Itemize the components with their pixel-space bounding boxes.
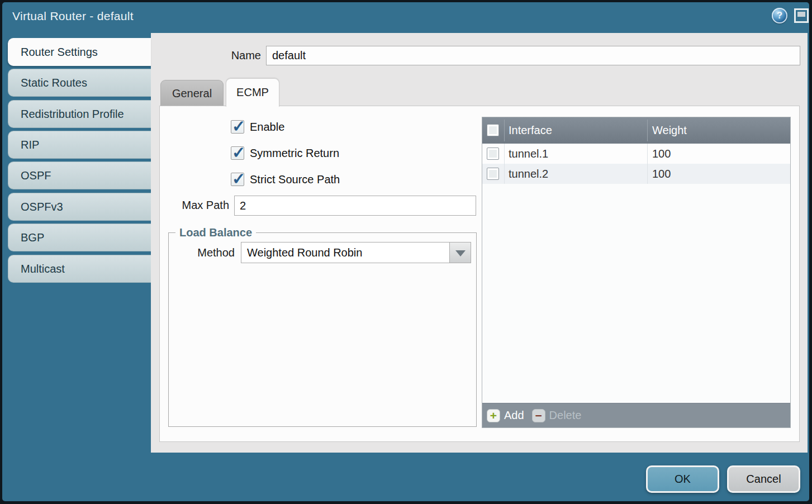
interface-table-header: Interface Weight — [482, 117, 790, 144]
sidebar-item-multicast[interactable]: Multicast — [8, 255, 151, 283]
max-path-input[interactable] — [234, 196, 476, 216]
sidebar-item-redistribution-profile[interactable]: Redistribution Profile — [8, 100, 151, 128]
cell-weight: 100 — [652, 164, 671, 184]
strict-source-path-label: Strict Source Path — [250, 173, 340, 186]
load-balance-legend: Load Balance — [175, 226, 256, 239]
column-header-interface[interactable]: Interface — [509, 117, 552, 144]
window-restore-icon[interactable] — [794, 8, 809, 23]
sidebar-item-bgp[interactable]: BGP — [8, 224, 151, 251]
method-dropdown-value: Weighted Round Robin — [247, 243, 448, 263]
max-path-label: Max Path — [164, 199, 229, 212]
row-divider — [504, 144, 505, 164]
sidebar-item-ospf[interactable]: OSPF — [8, 161, 151, 189]
row-checkbox[interactable] — [487, 168, 499, 180]
symmetric-return-checkbox[interactable]: ✓ — [231, 146, 244, 160]
row-divider — [504, 164, 505, 184]
delete-label: Delete — [549, 409, 582, 422]
table-row-tunnel1[interactable]: tunnel.1 100 — [482, 144, 790, 164]
screenshot-stage: Virtual Router - default ? Router Settin… — [0, 0, 812, 504]
enable-label: Enable — [250, 120, 284, 134]
header-divider — [504, 120, 505, 141]
interface-table: Interface Weight tunnel.1 100 tunnel.2 1… — [482, 117, 791, 428]
header-divider — [647, 120, 648, 141]
delete-minus-icon: − — [532, 409, 545, 422]
tab-ecmp[interactable]: ECMP — [226, 78, 279, 107]
row-divider — [647, 144, 648, 164]
add-label: Add — [504, 409, 524, 422]
column-header-weight[interactable]: Weight — [652, 117, 687, 144]
dialog-title: Virtual Router - default — [12, 9, 134, 23]
cell-interface: tunnel.2 — [509, 164, 548, 184]
sidebar-item-rip[interactable]: RIP — [8, 131, 151, 159]
sidebar-item-router-settings[interactable]: Router Settings — [8, 38, 151, 66]
method-dropdown-trigger[interactable] — [449, 243, 471, 263]
select-all-checkbox[interactable] — [487, 124, 499, 136]
enable-checkbox[interactable]: ✓ — [231, 120, 244, 134]
add-button[interactable]: + Add — [487, 409, 524, 422]
name-label: Name — [187, 49, 261, 62]
tab-general[interactable]: General — [160, 80, 224, 106]
row-checkbox[interactable] — [487, 148, 499, 160]
window-restore-glyph — [797, 12, 805, 17]
ok-button[interactable]: OK — [646, 465, 719, 493]
symmetric-return-label: Symmetric Return — [250, 146, 339, 160]
method-label: Method — [191, 246, 235, 259]
strict-source-path-checkbox[interactable]: ✓ — [231, 173, 244, 186]
name-input[interactable] — [266, 46, 800, 65]
virtual-router-dialog: Virtual Router - default ? Router Settin… — [2, 2, 809, 501]
chevron-down-icon — [455, 250, 466, 256]
cell-weight: 100 — [652, 144, 671, 164]
add-plus-icon: + — [487, 409, 500, 422]
cell-interface: tunnel.1 — [509, 144, 548, 164]
delete-button[interactable]: − Delete — [532, 409, 582, 422]
table-row-tunnel2[interactable]: tunnel.2 100 — [482, 164, 790, 184]
row-divider — [647, 164, 648, 184]
method-dropdown[interactable]: Weighted Round Robin — [241, 242, 471, 263]
cancel-button[interactable]: Cancel — [727, 465, 800, 493]
table-toolbar: + Add − Delete — [482, 403, 790, 427]
sidebar-item-static-routes[interactable]: Static Routes — [8, 69, 151, 97]
sidebar-item-ospfv3[interactable]: OSPFv3 — [8, 193, 151, 221]
help-icon[interactable]: ? — [772, 8, 787, 23]
